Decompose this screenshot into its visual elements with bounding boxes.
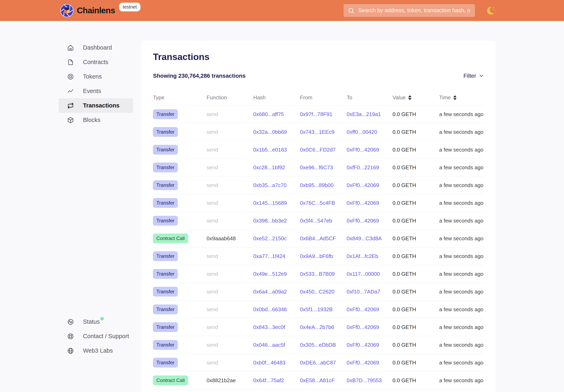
search-input[interactable] [358,7,471,14]
tx-from-link[interactable]: 0x743...1EEc9 [300,129,347,135]
tx-to-link[interactable]: 0x117...00000 [347,271,393,277]
sidebar-item-events[interactable]: Events [58,84,133,98]
sidebar-item-status[interactable]: Status [58,314,133,329]
tx-time: a few seconds ago [439,377,484,384]
tx-hash-link[interactable]: 0xa77...1f424 [253,253,300,259]
tx-to-link[interactable]: 0xff0...00420 [347,129,393,135]
tx-from-link[interactable]: 0x76C...5c4FB [300,200,347,206]
tx-type-badge: Transfer [153,127,178,137]
lifebuoy-icon [67,333,74,340]
tx-hash-link[interactable]: 0xc28...1bf92 [253,164,300,171]
globe-icon [67,347,74,354]
tx-to-link[interactable]: 0xFf0...42069 [347,182,393,188]
tx-from-link[interactable]: 0xE58...A81cF [300,377,347,384]
sidebar-item-blocks[interactable]: Blocks [58,113,133,127]
tx-from-link[interactable]: 0x0C6...FD2d7 [300,147,347,153]
transactions-count: Showing 230,764,286 transactions [153,73,246,79]
sidebar-item-tokens[interactable]: Tokens [58,69,133,84]
tx-hash-link[interactable]: 0xb35...a7c70 [253,182,300,188]
tx-to-link[interactable]: 0xFf0...42069 [347,342,393,348]
tx-time: a few seconds ago [439,218,484,224]
sidebar-item-contact-support[interactable]: Contact / Support [58,329,133,343]
table-row: Contract Call0x8821b2ae0x64f...75af20xE5… [153,372,484,389]
home-icon [67,44,74,51]
top-bar: Chainlens testnet [0,0,564,21]
sidebar-item-label: Dashboard [83,44,112,51]
tx-to-link[interactable]: 0xFf0...42069 [347,147,393,153]
moon-icon[interactable] [485,6,495,15]
sidebar-item-dashboard[interactable]: Dashboard [58,40,133,55]
cube-icon [67,117,74,124]
tx-hash-link[interactable]: 0x398...bb3e2 [253,218,300,224]
filter-button[interactable]: Filter [464,73,484,79]
brand-name: Chainlens [77,6,115,15]
tx-hash-link[interactable]: 0x1b5...e0163 [253,147,300,153]
table-row: Transfersend0xb0f...464830xDE6...abC870x… [153,354,484,372]
sidebar: DashboardContractsTokensEventsTransactio… [58,21,133,392]
sidebar-item-label: Contact / Support [83,333,129,340]
tx-hash-link[interactable]: 0x64f...75af2 [253,377,300,384]
tx-hash-link[interactable]: 0x145...15689 [253,200,300,206]
sort-icon[interactable] [408,95,412,100]
tx-to-link[interactable]: 0xf10...7ADa7 [347,289,393,295]
tx-from-link[interactable]: 0x6B4...Ad5CF [300,235,347,242]
table-row: Contract Call0x9aaab6480xe52...2150c0x6B… [153,230,484,247]
sort-icon[interactable] [453,95,456,100]
status-online-dot [100,317,104,321]
sidebar-item-transactions[interactable]: Transactions [58,98,133,113]
filter-label: Filter [464,73,476,79]
tx-from-link[interactable]: 0xDE6...abC87 [300,360,347,366]
tx-function: send [206,360,253,366]
column-label: Hash [253,94,266,101]
tx-hash-link[interactable]: 0xb0f...46483 [253,360,300,366]
tx-to-link[interactable]: 0xfF0...22169 [347,164,393,171]
tx-to-link[interactable]: 0xFf0...42069 [347,218,393,224]
search-bar[interactable] [344,4,475,17]
tx-from-link[interactable]: 0x4eA...2b7b6 [300,324,347,330]
tx-hash-link[interactable]: 0x046...aac5f [253,342,300,348]
sidebar-footer: StatusContact / SupportWeb3 Labs [58,314,133,392]
column-label: From [300,94,312,101]
brand[interactable]: Chainlens testnet [60,0,140,21]
tx-to-link[interactable]: 0xFf0...42069 [347,200,393,206]
tx-from-link[interactable]: 0x9A9...bF6fb [300,253,347,259]
search-icon [348,7,355,14]
tx-hash-link[interactable]: 0x843...3ec0f [253,324,300,330]
tx-hash-link[interactable]: 0x680...aff75 [253,111,300,117]
tx-to-link[interactable]: 0x1Af...fc2Eb [347,253,393,259]
tx-to-link[interactable]: 0xE3a...219a1 [347,111,393,117]
tx-to-link[interactable]: 0x849...C3d8A [347,235,393,242]
table-row: Transfersend0x32a...0bb690x743...1EEc90x… [153,123,484,141]
tx-to-link[interactable]: 0xFf0...42069 [347,360,393,366]
column-label: Value [393,94,406,101]
sidebar-item-contracts[interactable]: Contracts [58,55,133,69]
document-icon [67,59,74,66]
column-header-type: Type [153,94,206,101]
tx-from-link[interactable]: 0x5f4...547eb [300,218,347,224]
tx-hash-link[interactable]: 0x49e...512e9 [253,271,300,277]
tx-from-link[interactable]: 0x450...C2620 [300,289,347,295]
tx-type-badge: Transfer [153,287,178,296]
tx-to-link[interactable]: 0xB7D...79553 [347,377,393,384]
tx-time: a few seconds ago [439,324,484,330]
tx-hash-link[interactable]: 0x32a...0bb69 [253,129,300,135]
transactions-table: TypeFunctionHashFromToValueTime Transfer… [153,90,484,389]
sidebar-item-label: Status [83,318,100,325]
tx-from-link[interactable]: 0x533...B7B09 [300,271,347,277]
tx-hash-link[interactable]: 0xe52...2150c [253,235,300,242]
column-header-time[interactable]: Time [439,94,484,101]
tx-value: 0.0 GETH [393,306,439,313]
column-header-value[interactable]: Value [393,94,439,101]
tx-to-link[interactable]: 0xFf0...42069 [347,306,393,313]
tx-from-link[interactable]: 0xb95...89b00 [300,182,347,188]
tx-from-link[interactable]: 0x5f1...1932B [300,306,347,313]
tx-from-link[interactable]: 0x305...eDbDB [300,342,347,348]
tx-type-badge: Transfer [153,163,178,172]
tx-time: a few seconds ago [439,147,484,153]
tx-to-link[interactable]: 0xFf0...42069 [347,324,393,330]
sidebar-item-web3-labs[interactable]: Web3 Labs [58,343,133,358]
tx-from-link[interactable]: 0x97f...78F91 [300,111,347,117]
tx-hash-link[interactable]: 0x0bd...66346 [253,306,300,313]
tx-hash-link[interactable]: 0x6a4...a09a2 [253,289,300,295]
tx-from-link[interactable]: 0xe96...f6C73 [300,164,347,171]
